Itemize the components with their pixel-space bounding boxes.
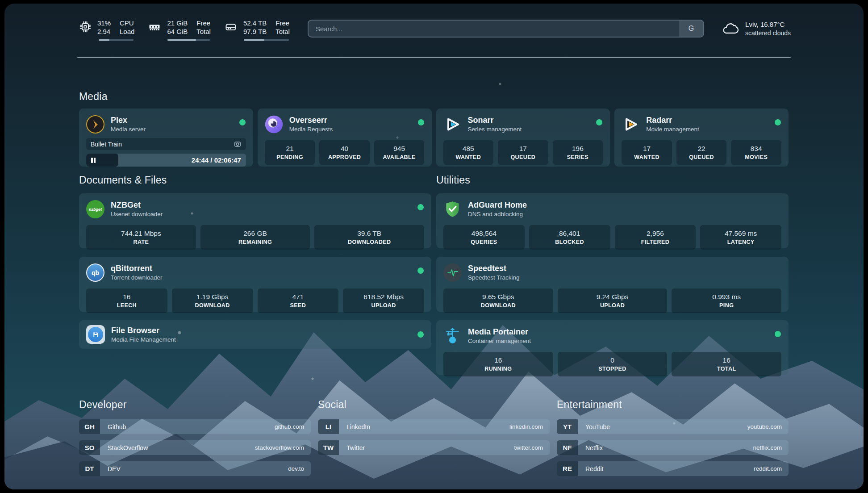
stat-box: 618.52 Mbps UPLOAD xyxy=(343,288,424,313)
app-title: Overseerr xyxy=(289,115,333,125)
status-dot xyxy=(418,119,424,125)
app-subtitle: Movie management xyxy=(646,125,699,134)
link-name: LinkedIn xyxy=(339,419,370,434)
link-youtube[interactable]: YT YouTube youtube.com xyxy=(557,419,789,434)
search-bar[interactable]: G xyxy=(308,20,704,38)
weather-widget: Lviv, 16.87°C scattered clouds xyxy=(721,20,791,37)
disk-icon xyxy=(224,21,238,33)
playback-progress xyxy=(86,154,118,167)
documents-column: Documents & Files nzbget NZBGet Usenet d… xyxy=(79,167,431,349)
stat-box: 16 TOTAL xyxy=(672,352,781,376)
link-url: netflix.com xyxy=(753,440,789,455)
status-dot xyxy=(775,119,781,125)
stat-box: 485 WANTED xyxy=(443,140,494,165)
app-subtitle: Media Requests xyxy=(289,125,333,134)
stat-box: 945 AVAILABLE xyxy=(374,140,425,165)
stat-box: 834 MOVIES xyxy=(731,140,781,165)
memory-total-value: 64 GiB xyxy=(167,27,188,36)
weather-condition: scattered clouds xyxy=(745,29,791,37)
camera-icon[interactable] xyxy=(234,140,242,148)
qbittorrent-icon: qb xyxy=(86,263,104,282)
disk-total-value: 97.9 TB xyxy=(243,27,267,36)
app-card-portainer[interactable]: Media Portainer Container management 16 … xyxy=(436,320,789,375)
link-name: Github xyxy=(100,419,126,434)
app-title: Radarr xyxy=(646,115,699,125)
sonarr-icon xyxy=(443,115,462,134)
top-bar: 31% 2.94 CPU Load xyxy=(79,17,791,43)
section-title-media: Media xyxy=(79,91,789,103)
stat-box: 16 RUNNING xyxy=(443,352,553,376)
section-title-entertainment: Entertainment xyxy=(557,399,789,411)
stat-box: 40 APPROVED xyxy=(319,140,370,165)
link-abbr: GH xyxy=(79,419,100,434)
stat-box: 39.6 TB DOWNLOADED xyxy=(314,225,424,250)
plex-icon xyxy=(86,115,104,134)
status-dot xyxy=(775,331,781,337)
stat-box: 0 STOPPED xyxy=(558,352,668,376)
stat-box: 86,401 BLOCKED xyxy=(529,225,610,250)
link-url: youtube.com xyxy=(747,419,789,434)
link-abbr: RE xyxy=(557,461,578,476)
stat-box: 196 SERIES xyxy=(553,140,603,165)
memory-free-value: 21 GiB xyxy=(167,19,188,27)
pause-icon[interactable] xyxy=(91,158,93,163)
developer-section: Developer GH Github github.com SO StackO… xyxy=(79,399,311,476)
app-card-speedtest[interactable]: Speedtest Speedtest Tracking 9.65 Gbps D… xyxy=(436,257,789,312)
link-abbr: TW xyxy=(318,440,339,455)
link-dev[interactable]: DT DEV dev.to xyxy=(79,461,311,476)
link-linkedin[interactable]: LI LinkedIn linkedin.com xyxy=(318,419,550,434)
disk-progress-bar xyxy=(244,39,289,41)
link-name: StackOverflow xyxy=(100,440,148,455)
section-title-social: Social xyxy=(318,399,550,411)
link-reddit[interactable]: RE Reddit reddit.com xyxy=(557,461,789,476)
cpu-usage-label: CPU xyxy=(120,19,134,27)
app-card-overseerr[interactable]: Overseerr Media Requests 21 PENDING 40 A… xyxy=(258,109,432,167)
memory-total-label: Total xyxy=(196,27,211,36)
app-card-adguard[interactable]: AdGuard Home DNS and adblocking 498,564 … xyxy=(436,193,789,248)
stat-box: 498,564 QUERIES xyxy=(443,225,525,250)
stat-box: 2,956 FILTERED xyxy=(615,225,696,250)
app-subtitle: Media server xyxy=(111,125,146,134)
app-title: Media Portainer xyxy=(468,327,531,337)
app-title: Sonarr xyxy=(468,115,522,125)
cpu-load-value: 2.94 xyxy=(97,27,111,36)
status-dot xyxy=(239,119,246,125)
app-card-radarr[interactable]: Radarr Movie management 17 WANTED 22 QUE… xyxy=(614,109,789,167)
app-subtitle: Usenet downloader xyxy=(111,210,163,218)
memory-stat: 21 GiB 64 GiB Free Total xyxy=(148,19,211,41)
link-name: Reddit xyxy=(578,461,603,476)
app-title: Speedtest xyxy=(468,263,520,273)
app-card-filebrowser[interactable]: File Browser Media File Management xyxy=(79,320,431,349)
app-card-sonarr[interactable]: Sonarr Series management 485 WANTED 17 Q… xyxy=(436,109,610,167)
radarr-icon xyxy=(622,115,640,134)
playback-bar[interactable]: 24:44 / 02:06:47 xyxy=(86,154,246,167)
app-card-qbittorrent[interactable]: qb qBittorrent Torrent downloader 16 LEE… xyxy=(79,257,431,312)
link-url: linkedin.com xyxy=(509,419,550,434)
memory-progress-fill xyxy=(167,39,196,41)
app-card-plex[interactable]: Plex Media server Bullet Train xyxy=(79,109,253,167)
link-github[interactable]: GH Github github.com xyxy=(79,419,311,434)
link-twitter[interactable]: TW Twitter twitter.com xyxy=(318,440,550,455)
ram-icon xyxy=(148,21,161,33)
cpu-progress-fill xyxy=(99,39,109,41)
stat-box: 17 WANTED xyxy=(622,140,672,165)
link-url: dev.to xyxy=(288,461,311,476)
social-section: Social LI LinkedIn linkedin.com TW Twitt… xyxy=(318,399,550,476)
search-input[interactable] xyxy=(309,21,679,37)
link-name: Twitter xyxy=(339,440,365,455)
media-card-row: Plex Media server Bullet Train xyxy=(79,109,789,167)
disk-total-label: Total xyxy=(275,27,290,36)
entertainment-section: Entertainment YT YouTube youtube.com NF … xyxy=(557,399,789,476)
app-card-nzbget[interactable]: nzbget NZBGet Usenet downloader 744.21 M… xyxy=(79,193,431,248)
app-title: AdGuard Home xyxy=(468,200,527,210)
status-dot xyxy=(417,204,424,210)
stat-box: 17 QUEUED xyxy=(498,140,548,165)
stat-box: 9.65 Gbps DOWNLOAD xyxy=(443,288,553,313)
link-stackoverflow[interactable]: SO StackOverflow stackoverflow.com xyxy=(79,440,311,455)
link-netflix[interactable]: NF Netflix netflix.com xyxy=(557,440,789,455)
stat-box: 47.569 ms LATENCY xyxy=(700,225,781,250)
stat-box: 21 PENDING xyxy=(265,140,315,165)
dashboard-screen: 31% 2.94 CPU Load xyxy=(4,4,864,489)
app-title: NZBGet xyxy=(111,200,163,210)
search-engine-button[interactable]: G xyxy=(679,21,703,37)
